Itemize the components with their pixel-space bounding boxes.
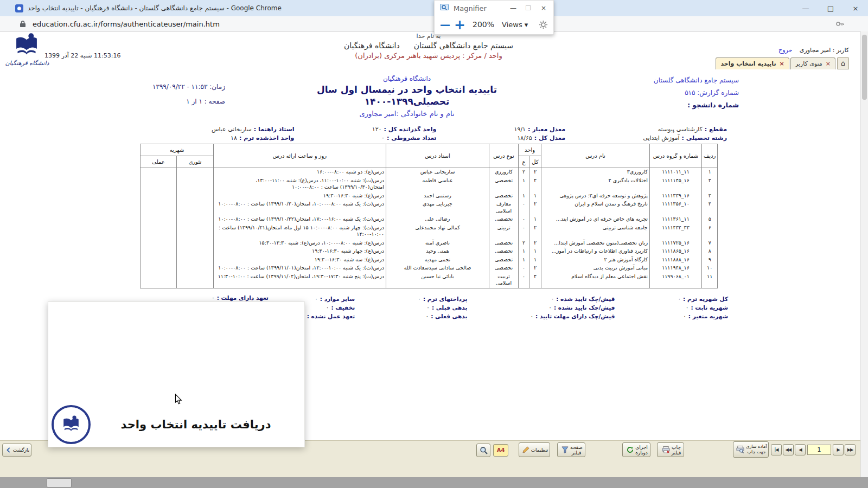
overlay-banner: دریافت تاییدیه انتخاب واحد <box>52 404 301 445</box>
nav-last-button[interactable]: ▶▶ <box>845 444 856 455</box>
site-favicon-icon: ● <box>15 4 23 12</box>
key-icon[interactable] <box>835 20 844 28</box>
zoom-out-button[interactable]: — <box>440 18 454 30</box>
summary-column: پرداختهای ترم :۰ بدهی قبلی :۰ بدهی فعلی … <box>418 296 467 322</box>
datetime-text: 11:53:16 شنبه 22 آذر 1399 <box>44 52 120 59</box>
col-header-name: نام درس <box>541 144 650 168</box>
col-header-unit-practical: ع <box>519 156 529 168</box>
magnifier-maximize-button[interactable]: ❒ <box>521 4 536 12</box>
student-info-group: استاد راهنما :ساریخانی عباس واحد اخذشده … <box>212 126 294 143</box>
col-header-tuition-practical: عملی <box>141 156 177 168</box>
close-icon[interactable]: × <box>780 60 784 67</box>
bottom-strip-widget <box>47 478 72 487</box>
student-info-group: واحد گذرانده کل :۱۲۰ تعداد مشروطی :۰ <box>372 126 437 143</box>
course-row: ۵ ۱۱۱۱۳۶۱_۱۱ تجربه های خاص حرفه ای در آم… <box>141 215 718 224</box>
nav-next-button[interactable]: ▶ <box>833 444 844 455</box>
window-close-button[interactable]: × <box>843 0 868 16</box>
overlay-caption: دریافت تاییدیه انتخاب واحد <box>91 418 301 431</box>
col-header-code: شماره و گروه درس <box>650 144 702 168</box>
course-row: ۸ ۱۱۱۱۸۶۵_۱۶ کاربرد فناوری اطلاعات و ارت… <box>141 247 718 256</box>
col-header-type: نوع درس <box>489 144 519 168</box>
course-row: ۷ ۱۱۱۱۷۲۵_۱۶ زبان تخصصی(متون تخصصی آموزش… <box>141 239 718 248</box>
report-university: دانشگاه فرهنگیان <box>288 75 526 82</box>
window-minimize-button[interactable]: — <box>793 0 818 16</box>
page-filter-button[interactable]: صفحهفیلتر <box>557 442 585 457</box>
lock-icon <box>20 20 26 28</box>
home-icon[interactable]: ⌂ <box>837 57 849 69</box>
mouse-cursor <box>175 394 182 404</box>
tab-user-menu[interactable]: × منوی کاربر <box>790 57 835 69</box>
system-name-line: سیستم جامع دانشگاهی گلستاندانشگاه فرهنگی… <box>304 41 553 50</box>
scrollbar-thumb[interactable] <box>862 35 867 100</box>
magnifier-widget: Magnifier — ❒ × — + 200% Views ▾ <box>434 0 554 35</box>
back-arrow-icon <box>6 447 11 453</box>
tab-course-confirmation[interactable]: × تاییدیه انتخاب واحد <box>716 57 789 69</box>
refresh-icon <box>627 446 634 453</box>
magnifier-icon <box>480 446 488 454</box>
col-header-unit-total: کل <box>529 156 541 168</box>
nav-first-page-button[interactable]: |◀ <box>771 444 782 455</box>
print-filter-button[interactable]: چاپفیلتر <box>657 442 684 457</box>
nav-prev-button[interactable]: ◀ <box>795 444 806 455</box>
col-header-row-no: ردیف <box>702 144 718 168</box>
prepare-print-button[interactable]: آماده سازیجهت چاپ <box>733 441 769 458</box>
window-title: سیستم جامع دانشگاهی گلستان - دانشگاه فره… <box>28 4 282 12</box>
url-text[interactable]: education.cfu.ac.ir/forms/authenticateus… <box>33 20 220 28</box>
page-number-input[interactable]: 1 <box>807 445 831 455</box>
logo-caption: دانشگاه فرهنگیان <box>3 60 51 67</box>
magnifier-minimize-button[interactable]: — <box>506 4 521 12</box>
window-maximize-button[interactable]: □ <box>818 0 843 16</box>
report-time: زمان: ۱۱:۵۳ - ۱۳۹۹/۰۹/۲۲ <box>108 83 225 91</box>
report-title-block: دانشگاه فرهنگیان تاییدیه انتخاب واحد در … <box>288 75 526 118</box>
report-page: صفحه : ۱ از ۱ <box>108 98 225 105</box>
zoom-preview-button[interactable] <box>476 444 490 457</box>
gear-icon[interactable] <box>539 20 548 29</box>
courses-table: ردیف شماره و گروه درس نام درس واحد نوع د… <box>140 144 718 288</box>
filter-funnel-icon <box>561 446 569 453</box>
printer-icon <box>662 446 670 453</box>
logout-link[interactable]: خروج <box>778 47 792 54</box>
pencil-icon <box>522 446 529 453</box>
chevron-down-icon: ▾ <box>525 21 528 29</box>
student-info-row: مقطع :کارشناسی پیوسته رشته تحصیلی :آموزش… <box>212 126 727 143</box>
magnifier-close-button[interactable]: × <box>536 4 551 12</box>
magnifier-app-icon <box>440 3 450 14</box>
student-number-label: شماره دانشجو : <box>597 101 739 109</box>
zoom-level: 200% <box>473 20 494 29</box>
browser-window: ● سیستم جامع دانشگاهی گلستان - دانشگاه ف… <box>0 0 868 488</box>
course-row: ۱ ۱۱۱۱۰۱۱_۱۱ کارورزی۳ ۲ ۲ کارورزی ساریخا… <box>141 168 718 177</box>
report-meta-left: زمان: ۱۱:۵۳ - ۱۳۹۹/۰۹/۲۲ صفحه : ۱ از ۱ <box>108 83 225 112</box>
unit-line: واحد / مرکز : پردیس شهید باهنر مرکزی (بر… <box>304 52 553 60</box>
print-preview-icon <box>736 446 744 453</box>
report-number: شماره گزارش: ۵۱۵ <box>597 89 739 97</box>
overlay-logo-icon <box>52 405 91 444</box>
tutorial-overlay-card: دریافت تاییدیه انتخاب واحد <box>48 301 305 447</box>
summary-column: سایر موارد :۰ تخفیف :۰ تعهد عمل نشده :۰ <box>302 296 355 322</box>
col-header-instructor: استاد درس <box>386 144 489 168</box>
col-header-tuition: شهریه <box>141 144 214 156</box>
paper-size-a4-button[interactable]: A4 <box>493 444 508 457</box>
nav-prev-fast-button[interactable]: ◀◀ <box>783 444 794 455</box>
col-header-schedule: روز و ساعت ارائه درس <box>214 144 386 168</box>
university-logo-icon <box>11 31 42 60</box>
close-icon[interactable]: × <box>826 60 831 67</box>
col-header-unit: واحد <box>519 144 541 156</box>
pending-commitment: تعهد دارای مهلت :۰ <box>212 294 269 301</box>
zoom-in-button[interactable]: + <box>454 17 473 33</box>
student-info-group: مقطع :کارشناسی پیوسته رشته تحصیلی :آموزش… <box>643 126 727 143</box>
page-header: به نام خدا سیستم جامع دانشگاهی گلستاندان… <box>304 33 553 60</box>
rerun-button[interactable]: اجرایدوباره <box>622 442 650 457</box>
views-dropdown[interactable]: Views ▾ <box>502 21 528 29</box>
student-info-group: معدل معیار :۱۹/۱ معدل کل :۱۸/۶۵ <box>514 126 565 143</box>
back-button[interactable]: بازگشت <box>2 444 31 457</box>
page-scrollbar[interactable] <box>860 31 868 477</box>
course-row: ۲ ۱۱۱۱۱۴۵_۱۶ اختلالات یادگیری ۲ ۲ ۱ تخصص… <box>141 177 718 192</box>
settings-button[interactable]: تنظیمات <box>519 442 550 457</box>
user-label: کاربر : امیر مجاوری <box>800 47 849 54</box>
col-header-tuition-theory: تئوری <box>177 156 214 168</box>
user-info: کاربر : امیر مجاوری خروج <box>778 47 849 54</box>
course-row: ۳ ۱۱۱۱۳۳۹_۱۶ پژوهش و توسعه حرفه ای۳: درس… <box>141 192 718 201</box>
tuition-summary: کل شهریه ترم :۰ شهریه ثابت :۰ شهریه متغی… <box>302 296 728 322</box>
course-row: ۱۰ ۱۱۱۱۹۴۸_۱۶ مبانی آموزش تربیت بدنی ۲ ۰… <box>141 264 718 273</box>
course-row: ۹ ۱۱۱۱۸۸۸_۱۶ کارگاه آموزش هنر ۲ ۱ ۱ تخصص… <box>141 256 718 265</box>
